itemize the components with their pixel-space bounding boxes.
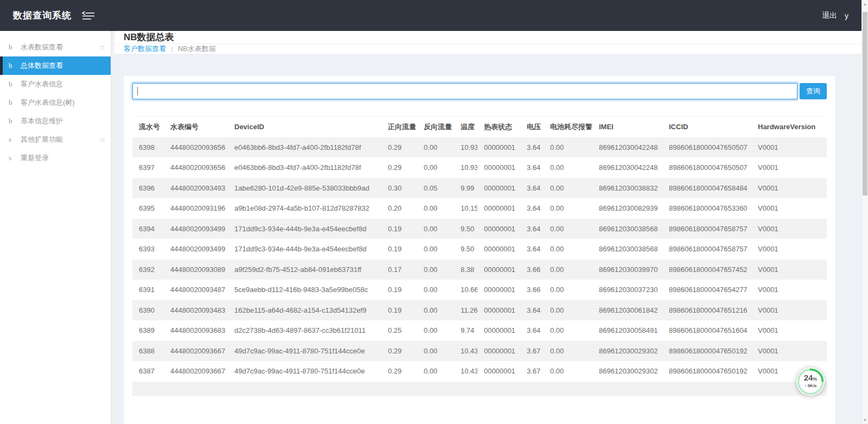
- table-cell: 89860618000047651216: [662, 300, 751, 321]
- column-header: 反向流量: [417, 117, 454, 137]
- table-row[interactable]: 638944480020093683d2c2738b-4d63-4897-863…: [132, 320, 827, 341]
- table-cell: 89860618000047650192: [662, 341, 751, 362]
- table-row[interactable]: 639044480020093483162be115-a64d-4682-a15…: [132, 300, 827, 321]
- table-cell: 89860618000047657452: [662, 260, 751, 280]
- scrollbar-thumb[interactable]: [863, 12, 867, 195]
- table-row[interactable]: 639444480020093499171dd9c3-934e-444b-9e3…: [132, 219, 827, 239]
- table-cell: 10.66: [454, 280, 477, 300]
- table-cell: 9.74: [454, 320, 477, 341]
- table-row[interactable]: 6391444800200934875ce9aebb-d112-416b-948…: [132, 280, 827, 300]
- table-cell: 1abe6280-101d-42e9-885e-538033bbb9ad: [228, 178, 381, 199]
- sidebar-item-2[interactable]: b总体数据查看: [0, 56, 111, 75]
- table-cell: 0.00: [544, 361, 592, 382]
- table-cell: 10.93: [454, 137, 477, 158]
- menu-item-icon: b: [9, 117, 16, 125]
- table-cell: 44480020093656: [164, 157, 228, 178]
- menu-item-label: 基本信息维护: [21, 116, 63, 126]
- breadcrumb-separator: /: [171, 45, 173, 53]
- table-cell: 49d7c9ac-99ac-4911-8780-751f144cce0e: [228, 361, 381, 382]
- table-cell: a9f259d2-fb75-4512-ab84-091eb63731ff: [228, 260, 381, 280]
- page-title: NB数据总表: [124, 31, 174, 43]
- table-cell: e0463bb6-8bd3-4fd7-a400-2fb1182fd78f: [228, 137, 381, 158]
- table-cell: 00000001: [477, 137, 520, 158]
- scrollbar-up-arrow[interactable]: ▲: [862, 2, 868, 6]
- table-cell: 6391: [132, 280, 164, 300]
- menu-item-icon: b: [9, 98, 16, 107]
- table-cell: 89860618000047658757: [662, 219, 751, 239]
- column-header: 热表状态: [477, 117, 520, 137]
- table-cell: 44480020093487: [164, 280, 228, 300]
- table-cell: 869612030042248: [592, 157, 662, 178]
- progress-speed: ↑ 0K/s: [796, 383, 825, 388]
- breadcrumb-parent-link[interactable]: 客户数据查看: [124, 44, 166, 54]
- table-cell: 44480020093499: [164, 219, 228, 239]
- table-cell: 0.00: [544, 239, 592, 260]
- menu-item-icon: b: [9, 43, 16, 52]
- table-cell: V0001: [751, 198, 827, 219]
- sidebar-item-1[interactable]: b水表数据查看□: [0, 38, 111, 56]
- sidebar-item-3[interactable]: b客户水表信息: [0, 75, 111, 93]
- table-cell: 6395: [132, 198, 164, 219]
- page-scrollbar[interactable]: ▲ ▼: [861, 0, 868, 424]
- table-row[interactable]: 6396444800200934931abe6280-101d-42e9-885…: [132, 178, 827, 199]
- table-cell: 44480020093493: [164, 178, 228, 199]
- search-button[interactable]: 查询: [800, 83, 827, 99]
- table-row[interactable]: 639844480020093656e0463bb6-8bd3-4fd7-a40…: [132, 137, 827, 158]
- table-cell: 171dd9c3-934e-444b-9e3a-e454eecbef8d: [228, 239, 381, 260]
- table-cell: V0001: [751, 157, 827, 178]
- table-row[interactable]: 639744480020093656e0463bb6-8bd3-4fd7-a40…: [132, 157, 827, 178]
- table-cell: 44480020093656: [164, 137, 228, 158]
- table-cell: 3.64: [520, 157, 544, 178]
- table-cell: 0.29: [381, 157, 417, 178]
- menu-item-label: 客户水表信息: [21, 79, 63, 89]
- logout-link[interactable]: 退出: [822, 11, 837, 21]
- table-cell: V0001: [751, 239, 827, 260]
- table-cell: V0001: [751, 260, 827, 280]
- search-input-wrap: [132, 83, 797, 99]
- sidebar-item-4[interactable]: b客户水表信息(树): [0, 93, 111, 112]
- table-cell: 869612030038832: [592, 178, 662, 199]
- table-cell: 9.99: [454, 178, 477, 199]
- column-header: ICCID: [662, 117, 751, 137]
- sidebar-item-7[interactable]: s重新登录: [0, 149, 111, 167]
- username-link[interactable]: y: [845, 11, 848, 20]
- search-row: 查询: [132, 83, 827, 99]
- table-cell: 6397: [132, 157, 164, 178]
- table-cell: 6390: [132, 300, 164, 321]
- table-cell: 44480020093667: [164, 361, 228, 382]
- sidebar: b水表数据查看□b总体数据查看b客户水表信息b客户水表信息(树)b基本信息维护s…: [0, 31, 111, 424]
- column-header: 正向流量: [381, 117, 417, 137]
- table-cell: 89860618000047658757: [662, 239, 751, 260]
- table-row[interactable]: 639544480020093196a9b1e08d-2974-4a5b-b10…: [132, 198, 827, 219]
- table-cell: 0.00: [544, 341, 592, 362]
- table-cell: 0.00: [544, 137, 592, 158]
- app-title: 数据查询系统: [13, 9, 72, 22]
- table-cell: 0.00: [544, 178, 592, 199]
- table-cell: 0.00: [417, 341, 454, 362]
- table-cell: 3.67: [520, 341, 544, 362]
- table-cell: 0.00: [544, 219, 592, 239]
- table-cell: 00000001: [477, 320, 520, 341]
- sidebar-item-5[interactable]: b基本信息维护: [0, 112, 111, 130]
- data-card: 查询 流水号水表编号DeviceID正向流量反向流量温度热表状态电压电池耗尽报警…: [124, 76, 835, 424]
- sidebar-item-6[interactable]: s其他扩展功能□: [0, 130, 111, 149]
- table-cell: 869612030029302: [592, 341, 662, 362]
- column-header: DeviceID: [228, 117, 381, 137]
- table-row[interactable]: 639344480020093499171dd9c3-934e-444b-9e3…: [132, 239, 827, 260]
- column-header: 水表编号: [164, 117, 228, 137]
- table-row[interactable]: 63884448002009366749d7c9ac-99ac-4911-878…: [132, 341, 827, 362]
- table-row[interactable]: 63874448002009366749d7c9ac-99ac-4911-878…: [132, 361, 827, 382]
- table-cell: 00000001: [477, 361, 520, 382]
- sidebar-toggle-icon[interactable]: [81, 11, 95, 20]
- column-header: 温度: [454, 117, 477, 137]
- table-cell: 171dd9c3-934e-444b-9e3a-e454eecbef8d: [228, 219, 381, 239]
- expand-icon: □: [101, 137, 104, 143]
- table-row[interactable]: 639244480020093089a9f259d2-fb75-4512-ab8…: [132, 260, 827, 280]
- sidebar-scrollbar[interactable]: [111, 31, 114, 424]
- table-cell: 10.43: [454, 341, 477, 362]
- menu-item-label: 其他扩展功能: [21, 135, 63, 144]
- table-cell: 0.19: [381, 239, 417, 260]
- download-progress-badge[interactable]: 24% ↑ 0K/s: [796, 368, 825, 396]
- search-input[interactable]: [132, 83, 797, 99]
- scrollbar-down-arrow[interactable]: ▼: [862, 418, 868, 422]
